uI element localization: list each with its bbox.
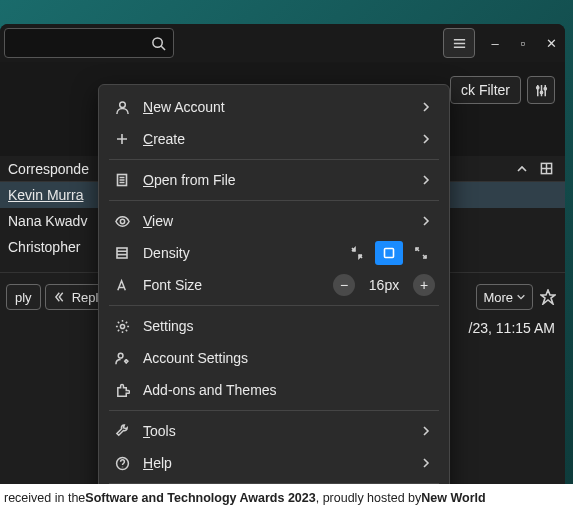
sort-ascending-icon[interactable] xyxy=(511,158,533,180)
user-icon xyxy=(113,98,131,116)
svg-point-22 xyxy=(120,219,124,223)
window-minimize-button[interactable]: – xyxy=(481,28,509,58)
menu-view[interactable]: View xyxy=(99,205,449,237)
svg-rect-28 xyxy=(385,249,394,258)
menu-label: Account Settings xyxy=(143,350,435,366)
chevron-right-icon xyxy=(421,99,435,115)
svg-marker-14 xyxy=(541,290,555,304)
font-size-decrease-button[interactable]: − xyxy=(333,274,355,296)
chevron-right-icon xyxy=(421,423,435,439)
chevron-right-icon xyxy=(421,131,435,147)
puzzle-icon xyxy=(113,381,131,399)
menu-label: Help xyxy=(143,455,409,471)
app-window: – ▫ ✕ ck Filter Corresponde Kevin Murra … xyxy=(0,24,565,484)
correspondent-name: Christopher xyxy=(8,239,80,255)
menu-font-size[interactable]: Font Size − 16px + xyxy=(99,269,449,301)
chevron-right-icon xyxy=(421,172,435,188)
svg-point-0 xyxy=(152,37,161,46)
menu-help[interactable]: Help xyxy=(99,447,449,479)
quick-filter-button[interactable]: ck Filter xyxy=(450,76,521,104)
help-icon xyxy=(113,454,131,472)
svg-point-15 xyxy=(119,101,125,107)
correspondent-name: Nana Kwadv xyxy=(8,213,87,229)
menu-separator xyxy=(109,410,439,411)
density-default-button[interactable] xyxy=(375,241,403,265)
search-box[interactable] xyxy=(4,28,174,58)
star-icon[interactable] xyxy=(537,286,559,308)
menu-label: Create xyxy=(143,131,409,147)
eye-icon xyxy=(113,212,131,230)
user-gear-icon xyxy=(113,349,131,367)
display-options-button[interactable] xyxy=(527,76,555,104)
menu-tools[interactable]: Tools xyxy=(99,415,449,447)
window-maximize-button[interactable]: ▫ xyxy=(509,28,537,58)
window-close-button[interactable]: ✕ xyxy=(537,28,565,58)
menu-label: Add-ons and Themes xyxy=(143,382,435,398)
menu-label: Tools xyxy=(143,423,409,439)
menu-label: New Account xyxy=(143,99,409,115)
density-icon xyxy=(113,244,131,262)
file-icon xyxy=(113,171,131,189)
menu-account-settings[interactable]: Account Settings xyxy=(99,342,449,374)
chevron-right-icon xyxy=(421,455,435,471)
svg-point-32 xyxy=(118,353,123,358)
search-icon[interactable] xyxy=(143,29,173,57)
density-controls xyxy=(343,241,435,265)
menu-separator xyxy=(109,159,439,160)
menu-create[interactable]: Create xyxy=(99,123,449,155)
menu-open-file[interactable]: Open from File xyxy=(99,164,449,196)
menu-label: View xyxy=(143,213,409,229)
menu-separator xyxy=(109,200,439,201)
svg-point-31 xyxy=(120,324,124,328)
menu-label: Settings xyxy=(143,318,435,334)
browser-content-strip: received in the Software and Technology … xyxy=(0,484,573,512)
menu-separator xyxy=(109,305,439,306)
plus-icon xyxy=(113,130,131,148)
font-size-increase-button[interactable]: + xyxy=(413,274,435,296)
menu-label: Font Size xyxy=(143,277,321,293)
more-actions-button[interactable]: More xyxy=(476,284,533,310)
menu-density[interactable]: Density xyxy=(99,237,449,269)
menu-settings[interactable]: Settings xyxy=(99,310,449,342)
font-size-value: 16px xyxy=(363,277,405,293)
density-compact-button[interactable] xyxy=(343,241,371,265)
more-label: More xyxy=(483,290,513,305)
column-correspondents[interactable]: Corresponde xyxy=(8,161,89,177)
menu-addons[interactable]: Add-ons and Themes xyxy=(99,374,449,406)
svg-line-1 xyxy=(161,46,165,50)
font-icon xyxy=(113,276,131,294)
menu-label: Open from File xyxy=(143,172,409,188)
reply-button[interactable]: ply xyxy=(6,284,41,310)
titlebar: – ▫ ✕ xyxy=(0,24,565,62)
font-size-controls: − 16px + xyxy=(333,274,435,296)
app-menu: New Account Create Open from File View D… xyxy=(98,84,450,484)
svg-rect-23 xyxy=(117,248,127,258)
wrench-icon xyxy=(113,422,131,440)
menu-label: Density xyxy=(143,245,331,261)
menu-separator xyxy=(109,483,439,484)
chevron-right-icon xyxy=(421,213,435,229)
gear-icon xyxy=(113,317,131,335)
density-relaxed-button[interactable] xyxy=(407,241,435,265)
correspondent-name: Kevin Murra xyxy=(8,187,83,203)
svg-point-33 xyxy=(125,360,127,362)
column-picker-icon[interactable] xyxy=(535,158,557,180)
message-date: /23, 11:15 AM xyxy=(469,320,555,336)
menu-new-account[interactable]: New Account xyxy=(99,91,449,123)
hamburger-menu-button[interactable] xyxy=(443,28,475,58)
